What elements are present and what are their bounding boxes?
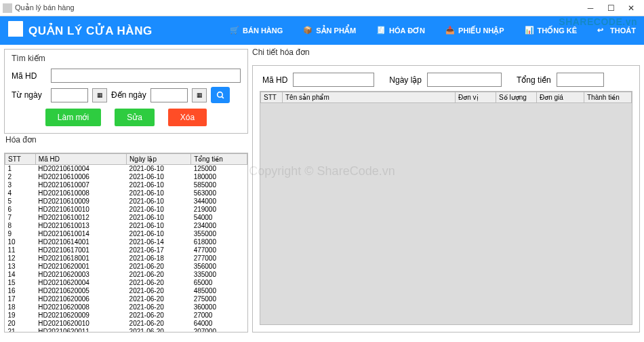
detail-table[interactable]: STTTên sản phẩmĐơn vịSố lượngĐơn giáThàn… [260, 92, 632, 103]
delete-button[interactable]: Xóa [168, 109, 207, 126]
detail-date-input[interactable] [427, 73, 502, 87]
edit-button[interactable]: Sửa [115, 109, 155, 126]
nav-item-4[interactable]: 📊THỐNG KÊ [525, 26, 578, 35]
detail-total-input[interactable] [557, 73, 604, 87]
table-row[interactable]: 4HD202106100082021-06-10563000 [5, 189, 247, 197]
nav-icon: 📦 [303, 26, 313, 35]
nav-item-0[interactable]: 🛒BÁN HÀNG [230, 26, 283, 35]
nav-label: SẢN PHẨM [316, 26, 356, 35]
table-row[interactable]: 3HD202106100072021-06-10585000 [5, 181, 247, 189]
table-row[interactable]: 19HD202106200092021-06-2027000 [5, 311, 247, 320]
orders-col-header[interactable]: Ngày lập [127, 154, 191, 165]
table-row[interactable]: 17HD202106200062021-06-20275000 [5, 295, 247, 303]
brand-title: QUẢN LÝ CỬA HÀNG [28, 24, 153, 38]
table-row[interactable]: 7HD202106100122021-06-1054000 [5, 214, 247, 222]
svg-point-0 [217, 92, 222, 97]
nav-item-1[interactable]: 📦SẢN PHẨM [303, 26, 356, 35]
nav-item-5[interactable]: ↩THOÁT [597, 26, 636, 35]
nav-icon: 📊 [525, 26, 534, 35]
nav-label: HÓA ĐƠN [389, 26, 425, 35]
minimize-button[interactable]: ─ [580, 1, 601, 16]
table-row[interactable]: 5HD202106100092021-06-10344000 [5, 197, 247, 206]
app-icon [3, 3, 12, 13]
window-title: Quản lý bán hàng [15, 3, 75, 12]
nav-item-3[interactable]: 📥PHIẾU NHẬP [445, 26, 504, 35]
table-row[interactable]: 12HD202106180012021-06-18277000 [5, 254, 247, 263]
table-row[interactable]: 20HD202106200102021-06-2064000 [5, 320, 247, 328]
table-row[interactable]: 16HD202106200052021-06-20485000 [5, 287, 247, 295]
orders-title: Hóa đơn [5, 135, 248, 145]
to-date-input[interactable] [150, 88, 188, 102]
orders-col-header[interactable]: Mã HD [35, 154, 126, 165]
from-date-picker-button[interactable]: ▦ [92, 88, 107, 102]
detail-total-label: Tổng tiền [517, 75, 551, 85]
detail-col-header[interactable]: Tên sản phẩm [283, 92, 456, 103]
nav-label: THOÁT [610, 26, 636, 35]
to-date-label: Đến ngày [111, 90, 146, 100]
nav-label: THỐNG KÊ [538, 26, 578, 35]
table-row[interactable]: 9HD202106100142021-06-10355000 [5, 230, 247, 238]
nav-label: BÁN HÀNG [243, 26, 283, 35]
ma-hd-input[interactable] [51, 69, 241, 83]
detail-table-wrap: STTTên sản phẩmĐơn vịSố lượngĐơn giáThàn… [260, 91, 632, 325]
close-button[interactable]: ✕ [621, 1, 641, 16]
table-row[interactable]: 1HD202106100042021-06-10125000 [5, 165, 247, 173]
window-titlebar: Quản lý bán hàng ─ ☐ ✕ [0, 0, 644, 16]
detail-group: Mã HD Ngày lập Tổng tiền STTTên sản phẩm… [252, 65, 640, 332]
search-group: Tìm kiếm Mã HD Từ ngày ▦ Đến ngày ▦ Làm … [4, 49, 248, 134]
table-row[interactable]: 11HD202106170012021-06-17477000 [5, 246, 247, 254]
from-date-label: Từ ngày [12, 90, 47, 100]
table-row[interactable]: 10HD202106140012021-06-14618000 [5, 238, 247, 246]
table-row[interactable]: 2HD202106100062021-06-10180000 [5, 173, 247, 181]
orders-table[interactable]: STTMã HDNgày lậpTổng tiền 1HD20210610004… [5, 153, 247, 332]
detail-col-header[interactable]: Thành tiền [584, 92, 632, 103]
search-icon [216, 91, 225, 100]
detail-col-header[interactable]: Đơn giá [537, 92, 584, 103]
detail-col-header[interactable]: STT [261, 92, 283, 103]
detail-col-header[interactable]: Đơn vị [456, 92, 496, 103]
orders-col-header[interactable]: Tổng tiền [191, 154, 247, 165]
nav-icon: ↩ [597, 26, 607, 35]
refresh-button[interactable]: Làm mới [45, 109, 101, 126]
orders-table-wrap: STTMã HDNgày lậpTổng tiền 1HD20210610004… [4, 153, 248, 332]
search-button[interactable] [211, 87, 230, 103]
table-row[interactable]: 14HD202106200032021-06-20335000 [5, 271, 247, 279]
orders-col-header[interactable]: STT [5, 154, 36, 165]
detail-ma-hd-input[interactable] [293, 73, 374, 87]
main-navbar: QUẢN LÝ CỬA HÀNG 🛒BÁN HÀNG📦SẢN PHẨM🧾HÓA … [0, 16, 644, 45]
from-date-input[interactable] [51, 88, 88, 102]
table-row[interactable]: 18HD202106200082021-06-20360000 [5, 303, 247, 311]
to-date-picker-button[interactable]: ▦ [192, 88, 207, 102]
nav-icon: 📥 [445, 26, 455, 35]
nav-icon: 🛒 [230, 26, 239, 35]
search-title: Tìm kiếm [12, 54, 241, 63]
detail-date-label: Ngày lập [389, 75, 422, 85]
table-row[interactable]: 21HD202106200112021-06-20207000 [5, 328, 247, 332]
brand: QUẢN LÝ CỬA HÀNG [8, 24, 153, 38]
nav-icon: 🧾 [376, 26, 386, 35]
table-row[interactable]: 8HD202106100132021-06-10234000 [5, 222, 247, 230]
ma-hd-label: Mã HD [12, 71, 47, 81]
svg-line-1 [222, 96, 224, 98]
detail-title: Chi tiết hóa đơn [252, 48, 640, 57]
table-row[interactable]: 13HD202106200012021-06-20356000 [5, 263, 247, 271]
nav-label: PHIẾU NHẬP [458, 26, 504, 35]
nav-item-2[interactable]: 🧾HÓA ĐƠN [376, 26, 425, 35]
detail-col-header[interactable]: Số lượng [496, 92, 537, 103]
table-row[interactable]: 15HD202106200042021-06-2065000 [5, 279, 247, 287]
table-row[interactable]: 6HD202106100102021-06-10219000 [5, 206, 247, 214]
detail-ma-hd-label: Mã HD [262, 75, 287, 85]
store-icon [8, 24, 23, 37]
maximize-button[interactable]: ☐ [601, 1, 621, 16]
